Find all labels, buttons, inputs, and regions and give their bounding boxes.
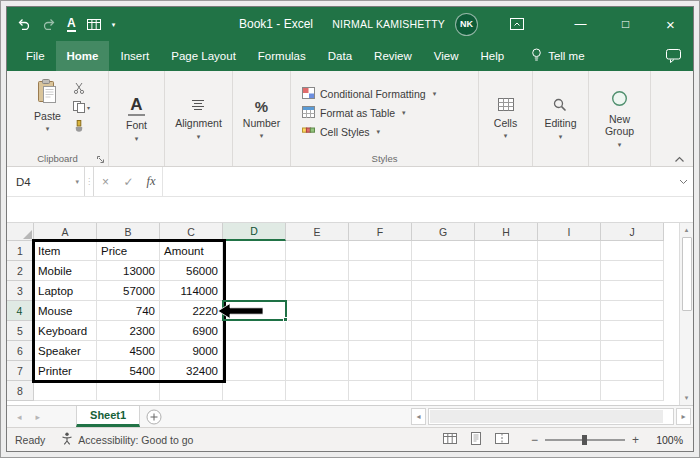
- cell-A7[interactable]: Printer: [34, 361, 97, 381]
- alignment-button[interactable]: Alignment ▾: [168, 95, 229, 145]
- tab-insert[interactable]: Insert: [109, 41, 160, 71]
- name-box[interactable]: D4 ▾: [7, 167, 85, 196]
- collapse-ribbon-icon[interactable]: [674, 156, 685, 163]
- cell-E4[interactable]: [286, 301, 349, 321]
- cell-E8[interactable]: [286, 381, 349, 401]
- column-header-H[interactable]: H: [475, 223, 538, 241]
- tab-data[interactable]: Data: [317, 41, 363, 71]
- cell-F8[interactable]: [349, 381, 412, 401]
- cell-J5[interactable]: [601, 321, 664, 341]
- column-header-C[interactable]: C: [160, 223, 223, 241]
- select-all-button[interactable]: [7, 223, 34, 241]
- row-header-4[interactable]: 4: [7, 301, 34, 321]
- cell-A1[interactable]: Item: [34, 241, 97, 261]
- cell-G3[interactable]: [412, 281, 475, 301]
- cell-C8[interactable]: [160, 381, 223, 401]
- editing-button[interactable]: Editing ▾: [537, 95, 583, 145]
- tab-review[interactable]: Review: [363, 41, 423, 71]
- cell-styles-button[interactable]: Cell Styles ▾: [302, 125, 380, 139]
- cell-C4[interactable]: 2220: [160, 301, 223, 321]
- cell-I6[interactable]: [538, 341, 601, 361]
- column-header-F[interactable]: F: [349, 223, 412, 241]
- cell-E1[interactable]: [286, 241, 349, 261]
- cell-A4[interactable]: Mouse: [34, 301, 97, 321]
- cell-A5[interactable]: Keyboard: [34, 321, 97, 341]
- cell-I5[interactable]: [538, 321, 601, 341]
- cell-E2[interactable]: [286, 261, 349, 281]
- cell-I4[interactable]: [538, 301, 601, 321]
- cell-A8[interactable]: [34, 381, 97, 401]
- tell-me-button[interactable]: Tell me: [531, 48, 584, 64]
- paste-button[interactable]: Paste ▾: [27, 76, 68, 137]
- cell-D8[interactable]: [223, 381, 286, 401]
- cell-F1[interactable]: [349, 241, 412, 261]
- cell-F3[interactable]: [349, 281, 412, 301]
- cell-G2[interactable]: [412, 261, 475, 281]
- clipboard-dialog-launcher-icon[interactable]: [96, 155, 105, 164]
- cell-G4[interactable]: [412, 301, 475, 321]
- row-header-3[interactable]: 3: [7, 281, 34, 301]
- cell-B1[interactable]: Price: [97, 241, 160, 261]
- cell-F7[interactable]: [349, 361, 412, 381]
- cell-B2[interactable]: 13000: [97, 261, 160, 281]
- close-button[interactable]: ×: [648, 7, 693, 41]
- cell-B7[interactable]: 5400: [97, 361, 160, 381]
- cell-H3[interactable]: [475, 281, 538, 301]
- cell-I2[interactable]: [538, 261, 601, 281]
- tab-formulas[interactable]: Formulas: [247, 41, 317, 71]
- formula-input[interactable]: [163, 167, 673, 196]
- maximize-button[interactable]: □: [603, 7, 648, 41]
- zoom-slider-thumb[interactable]: [582, 435, 587, 445]
- conditional-formatting-button[interactable]: Conditional Formatting ▾: [302, 87, 436, 101]
- cell-H4[interactable]: [475, 301, 538, 321]
- cell-H2[interactable]: [475, 261, 538, 281]
- user-avatar[interactable]: NK: [455, 13, 478, 36]
- enter-icon[interactable]: ✓: [117, 167, 140, 196]
- cell-F6[interactable]: [349, 341, 412, 361]
- cell-H5[interactable]: [475, 321, 538, 341]
- cell-D1[interactable]: [223, 241, 286, 261]
- cell-A3[interactable]: Laptop: [34, 281, 97, 301]
- normal-view-icon[interactable]: [443, 433, 457, 446]
- table-icon[interactable]: [87, 19, 101, 30]
- cell-D6[interactable]: [223, 341, 286, 361]
- cell-J3[interactable]: [601, 281, 664, 301]
- row-header-8[interactable]: 8: [7, 381, 34, 401]
- number-button[interactable]: % Number ▾: [236, 96, 287, 144]
- cell-E3[interactable]: [286, 281, 349, 301]
- column-header-E[interactable]: E: [286, 223, 349, 241]
- cell-D7[interactable]: [223, 361, 286, 381]
- column-header-I[interactable]: I: [538, 223, 601, 241]
- cancel-icon[interactable]: ×: [94, 167, 117, 196]
- cell-C3[interactable]: 114000: [160, 281, 223, 301]
- cell-J4[interactable]: [601, 301, 664, 321]
- cell-C2[interactable]: 56000: [160, 261, 223, 281]
- tab-file[interactable]: File: [15, 41, 56, 71]
- zoom-out-button[interactable]: −: [527, 433, 542, 447]
- cell-C1[interactable]: Amount: [160, 241, 223, 261]
- cell-J8[interactable]: [601, 381, 664, 401]
- cell-J7[interactable]: [601, 361, 664, 381]
- horizontal-scrollbar-thumb[interactable]: [430, 410, 663, 423]
- vertical-scrollbar[interactable]: ▴ ▾: [679, 223, 693, 405]
- cell-I1[interactable]: [538, 241, 601, 261]
- cell-G8[interactable]: [412, 381, 475, 401]
- cell-B6[interactable]: 4500: [97, 341, 160, 361]
- cell-B5[interactable]: 2300: [97, 321, 160, 341]
- row-header-2[interactable]: 2: [7, 261, 34, 281]
- comments-icon[interactable]: [666, 49, 681, 63]
- page-break-view-icon[interactable]: [495, 433, 509, 446]
- format-painter-icon[interactable]: [73, 120, 90, 132]
- cell-D5[interactable]: [223, 321, 286, 341]
- cell-C5[interactable]: 6900: [160, 321, 223, 341]
- scroll-right-icon[interactable]: ▸: [676, 408, 691, 425]
- vertical-scrollbar-thumb[interactable]: [682, 237, 692, 311]
- accessibility-status[interactable]: Accessibility: Good to go: [61, 432, 193, 447]
- cell-D3[interactable]: [223, 281, 286, 301]
- cell-A6[interactable]: Speaker: [34, 341, 97, 361]
- cell-G6[interactable]: [412, 341, 475, 361]
- new-group-button[interactable]: New Group ▾: [591, 87, 648, 152]
- cell-E7[interactable]: [286, 361, 349, 381]
- minimize-button[interactable]: —: [558, 7, 603, 41]
- column-header-B[interactable]: B: [97, 223, 160, 241]
